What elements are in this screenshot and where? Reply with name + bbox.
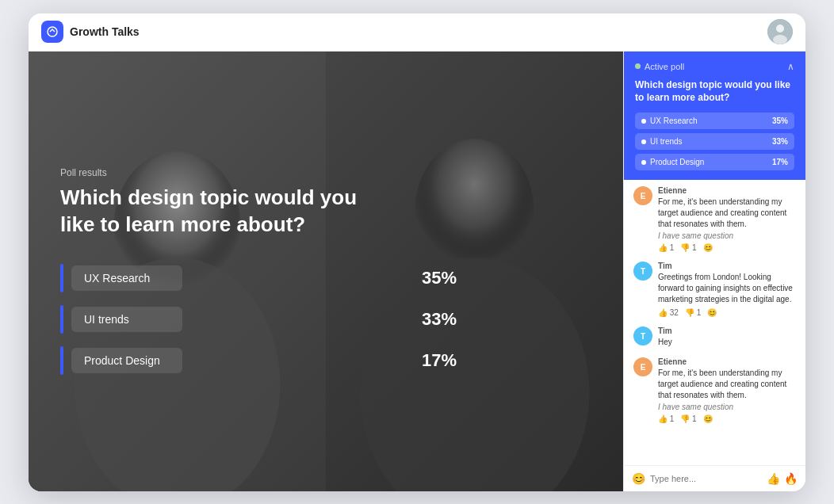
mini-poll-option: UI trends 33% bbox=[635, 133, 794, 150]
mini-option-pct: 33% bbox=[772, 137, 788, 146]
chat-subtext: I have same question bbox=[658, 403, 796, 411]
chat-text: Hey bbox=[658, 337, 796, 348]
reaction[interactable]: 👎 1 bbox=[685, 308, 701, 317]
chat-message: T Tim Greetings from London! Looking for… bbox=[633, 262, 796, 317]
video-area: Poll results Which design topic would yo… bbox=[29, 52, 623, 491]
active-poll-header: Active poll ∧ bbox=[635, 61, 794, 72]
poll-option-pct: 33% bbox=[422, 309, 457, 330]
mini-option-pct: 17% bbox=[772, 158, 788, 166]
poll-blue-bar bbox=[60, 346, 63, 375]
mini-option-dot bbox=[641, 139, 646, 144]
chat-message: E Etienne For me, it's been understandin… bbox=[633, 186, 796, 252]
chat-bubble: Etienne For me, it's been understanding … bbox=[658, 357, 796, 423]
chat-reactions: 👍 1👎 1😊 bbox=[658, 414, 796, 423]
chat-input-icons: 👍 🔥 bbox=[767, 472, 798, 485]
chat-name: Tim bbox=[658, 326, 796, 335]
poll-option-bar: Product Design bbox=[60, 346, 403, 375]
mini-option-label: UX Research bbox=[650, 116, 697, 125]
chat-avatar: E bbox=[633, 357, 652, 376]
poll-option: UI trends 33% bbox=[60, 305, 457, 334]
chat-input-area: 😊 👍 🔥 bbox=[624, 465, 805, 491]
chat-name: Etienne bbox=[658, 357, 796, 366]
mini-option-pct: 35% bbox=[772, 116, 788, 125]
active-poll-card: Active poll ∧ Which design topic would y… bbox=[624, 52, 805, 181]
title-bar: Growth Talks bbox=[29, 13, 805, 52]
chat-avatar: T bbox=[633, 262, 652, 281]
poll-blue-bar bbox=[60, 264, 63, 292]
chat-bubble: Tim Greetings from London! Looking forwa… bbox=[658, 262, 796, 317]
chat-bubble: Etienne For me, it's been understanding … bbox=[658, 186, 796, 252]
chat-subtext: I have same question bbox=[658, 231, 796, 240]
poll-option-label[interactable]: UX Research bbox=[71, 265, 182, 291]
poll-blue-bar bbox=[60, 305, 63, 334]
chat-message: T Tim Hey bbox=[633, 326, 796, 348]
poll-option-pct: 35% bbox=[422, 268, 457, 288]
chat-name: Tim bbox=[658, 262, 796, 270]
poll-question: Which design topic would you like to lea… bbox=[60, 185, 377, 239]
svg-point-0 bbox=[48, 27, 57, 36]
sidebar: Active poll ∧ Which design topic would y… bbox=[623, 52, 805, 491]
poll-option-label[interactable]: Product Design bbox=[71, 348, 182, 373]
main-content: Poll results Which design topic would yo… bbox=[29, 52, 805, 491]
mini-option-dot bbox=[641, 119, 646, 124]
reaction[interactable]: 👍 1 bbox=[658, 243, 674, 252]
chat-reactions: 👍 1👎 1😊 bbox=[658, 243, 796, 252]
chat-bubble: Tim Hey bbox=[658, 326, 796, 348]
chat-text: For me, it's been understanding my targe… bbox=[658, 197, 796, 230]
poll-options: UX Research 35% UI trends 33% Product De… bbox=[60, 264, 457, 375]
user-avatar[interactable] bbox=[767, 19, 793, 44]
reaction[interactable]: 👎 1 bbox=[680, 414, 696, 423]
chat-reactions: 👍 32👎 1😊 bbox=[658, 308, 796, 317]
mini-option-label: UI trends bbox=[650, 137, 683, 146]
reaction[interactable]: 👍 1 bbox=[658, 414, 674, 423]
app-icon bbox=[41, 21, 63, 43]
app-window: Growth Talks bbox=[29, 13, 805, 491]
app-title: Growth Talks bbox=[70, 25, 140, 38]
reaction[interactable]: 👍 32 bbox=[658, 308, 679, 317]
poll-dot bbox=[635, 63, 641, 69]
poll-overlay: Poll results Which design topic would yo… bbox=[29, 52, 623, 491]
fire-icon[interactable]: 🔥 bbox=[784, 472, 798, 485]
mini-poll-option: Product Design 17% bbox=[635, 154, 794, 170]
poll-option-label[interactable]: UI trends bbox=[71, 307, 182, 332]
reaction[interactable]: 👎 1 bbox=[680, 243, 696, 252]
title-bar-left: Growth Talks bbox=[41, 21, 140, 43]
poll-option-bar: UI trends bbox=[60, 305, 403, 334]
svg-point-3 bbox=[773, 35, 787, 44]
reaction[interactable]: 😊 bbox=[703, 243, 713, 252]
mini-option-dot bbox=[641, 160, 646, 165]
like-icon[interactable]: 👍 bbox=[767, 472, 780, 485]
poll-option-pct: 17% bbox=[422, 350, 457, 371]
chat-text: For me, it's been understanding my targe… bbox=[658, 368, 796, 401]
poll-option-bar: UX Research bbox=[60, 264, 403, 292]
chat-text: Greetings from London! Looking forward t… bbox=[658, 272, 796, 305]
svg-point-2 bbox=[776, 25, 784, 32]
chat-name: Etienne bbox=[658, 186, 796, 195]
chat-avatar: E bbox=[633, 186, 652, 205]
emoji-icon[interactable]: 😊 bbox=[632, 472, 645, 485]
poll-option: UX Research 35% bbox=[60, 264, 457, 292]
chat-area[interactable]: E Etienne For me, it's been understandin… bbox=[624, 180, 805, 464]
chat-input[interactable] bbox=[650, 474, 762, 483]
chevron-up-icon[interactable]: ∧ bbox=[787, 61, 794, 72]
active-poll-sidebar-question: Which design topic would you like to lea… bbox=[635, 78, 794, 105]
mini-poll-options: UX Research 35% UI trends 33% Product De… bbox=[635, 113, 794, 170]
poll-label: Poll results bbox=[60, 167, 591, 178]
reaction[interactable]: 😊 bbox=[707, 308, 717, 317]
mini-option-label: Product Design bbox=[650, 158, 704, 166]
chat-message: E Etienne For me, it's been understandin… bbox=[633, 357, 796, 423]
chat-avatar: T bbox=[633, 326, 652, 346]
reaction[interactable]: 😊 bbox=[703, 414, 713, 423]
poll-option: Product Design 17% bbox=[60, 346, 457, 375]
active-poll-badge: Active poll bbox=[635, 62, 684, 71]
mini-poll-option: UX Research 35% bbox=[635, 113, 794, 129]
